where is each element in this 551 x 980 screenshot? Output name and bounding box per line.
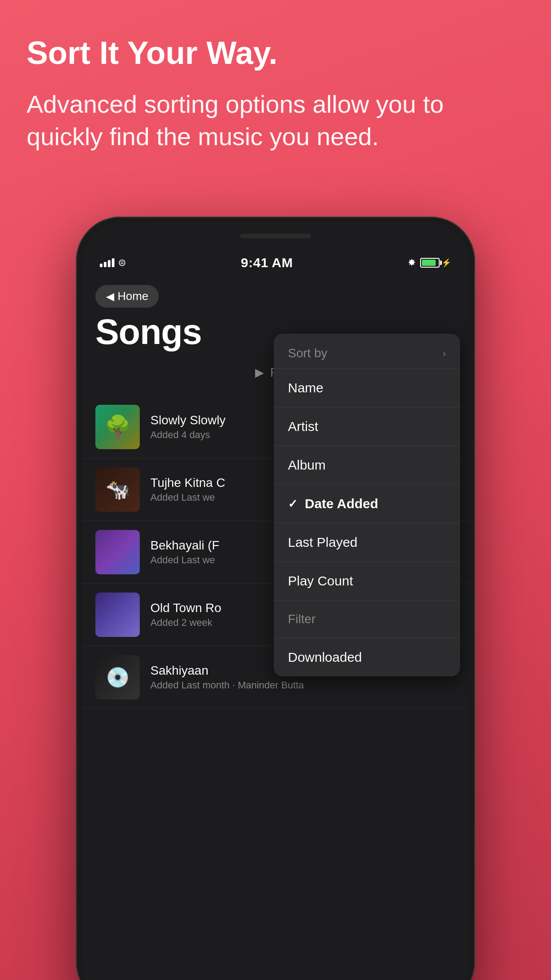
sort-chevron-icon: › bbox=[443, 348, 446, 359]
sort-option-downloaded[interactable]: Downloaded bbox=[274, 638, 460, 676]
songs-page-title: Songs bbox=[95, 312, 201, 352]
sort-option-album[interactable]: Album bbox=[274, 446, 460, 485]
sort-option-artist[interactable]: Artist bbox=[274, 407, 460, 446]
song-thumbnail bbox=[95, 530, 140, 574]
battery-fill bbox=[422, 260, 436, 266]
status-bar: ⊜ 9:41 AM ✸ ⚡ bbox=[82, 249, 469, 276]
promo-section: Sort It Your Way. Advanced sorting optio… bbox=[0, 0, 551, 171]
status-left: ⊜ bbox=[100, 257, 126, 269]
battery-icon bbox=[420, 258, 440, 268]
sort-option-last-played[interactable]: Last Played bbox=[274, 523, 460, 562]
thumb-art bbox=[95, 405, 140, 449]
app-content: ◀ Home Songs ▶ Play bbox=[82, 276, 469, 980]
checkmark-icon: ✓ bbox=[288, 497, 298, 511]
sort-option-label: Artist bbox=[288, 419, 318, 434]
thumb-art bbox=[95, 593, 140, 637]
sort-option-date-added[interactable]: ✓ Date Added bbox=[274, 485, 460, 523]
play-icon: ▶ bbox=[255, 366, 264, 379]
song-thumbnail bbox=[95, 405, 140, 449]
wifi-icon: ⊜ bbox=[118, 257, 126, 269]
sort-dropdown[interactable]: Sort by › Name Artist Album ✓ Date A bbox=[274, 334, 460, 676]
status-time: 9:41 AM bbox=[241, 255, 293, 270]
battery-container: ⚡ bbox=[420, 258, 451, 268]
phone-notch bbox=[82, 223, 469, 249]
signal-bars bbox=[100, 258, 114, 267]
phone-mockup: ⊜ 9:41 AM ✸ ⚡ ◀ Hom bbox=[76, 217, 475, 980]
sort-filter-section: Filter bbox=[274, 601, 460, 638]
phone-screen: ⊜ 9:41 AM ✸ ⚡ ◀ Hom bbox=[82, 223, 469, 980]
back-arrow-icon: ◀ bbox=[106, 290, 114, 303]
filter-section-label: Filter bbox=[288, 612, 315, 626]
thumb-art bbox=[95, 530, 140, 574]
thumb-art bbox=[95, 655, 140, 699]
sort-option-label: Downloaded bbox=[288, 650, 362, 665]
sort-option-play-count[interactable]: Play Count bbox=[274, 562, 460, 601]
song-thumbnail bbox=[95, 593, 140, 637]
sort-option-label: Album bbox=[288, 458, 326, 473]
sort-header-label: Sort by bbox=[288, 346, 327, 360]
promo-subtitle: Advanced sorting options allow you to qu… bbox=[27, 88, 524, 153]
phone-body: ⊜ 9:41 AM ✸ ⚡ ◀ Hom bbox=[76, 217, 475, 980]
sort-option-name[interactable]: Name bbox=[274, 369, 460, 407]
signal-bar-1 bbox=[100, 264, 102, 267]
back-button[interactable]: ◀ Home bbox=[95, 285, 159, 308]
status-right: ✸ ⚡ bbox=[408, 257, 451, 269]
signal-bar-2 bbox=[104, 262, 106, 267]
sort-option-label: Play Count bbox=[288, 573, 353, 589]
sort-option-label: Name bbox=[288, 380, 323, 395]
back-label: Home bbox=[118, 289, 148, 303]
signal-bar-3 bbox=[108, 260, 110, 267]
sort-option-label: Last Played bbox=[288, 535, 358, 550]
thumb-art bbox=[95, 467, 140, 512]
bolt-icon: ⚡ bbox=[441, 258, 451, 268]
sort-option-label: Date Added bbox=[305, 496, 378, 511]
promo-title: Sort It Your Way. bbox=[27, 36, 524, 71]
song-meta: Added Last month · Maninder Butta bbox=[150, 680, 456, 691]
speaker bbox=[240, 234, 311, 238]
song-thumbnail bbox=[95, 655, 140, 699]
bluetooth-icon: ✸ bbox=[408, 257, 416, 269]
signal-bar-4 bbox=[112, 258, 114, 267]
song-thumbnail bbox=[95, 467, 140, 512]
sort-dropdown-header: Sort by › bbox=[274, 334, 460, 369]
